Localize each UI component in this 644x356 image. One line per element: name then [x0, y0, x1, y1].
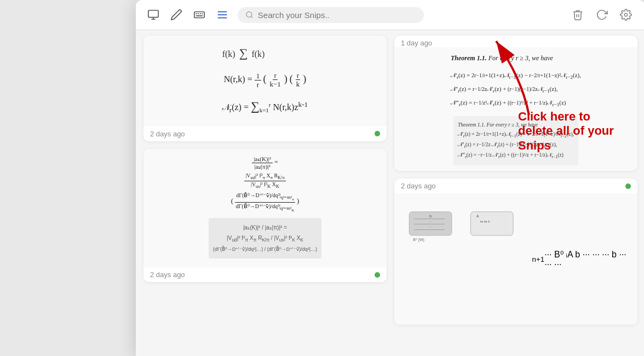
delete-all-button[interactable] [568, 5, 587, 24]
math-formula-3: |a₁(K)|² |a₁(π)|² = |Vud|² f²π Xπ RK/π |… [231, 156, 300, 213]
snip-header: 2 days ago [143, 267, 387, 282]
svg-text:b: b [429, 214, 432, 218]
search-icon [245, 10, 254, 19]
refresh-button[interactable] [593, 5, 611, 24]
snip-item[interactable]: f(k) ∑ f(k) N(r,k) = 1 r [143, 36, 387, 141]
math-formula-1: f(k) ∑ f(k) N(r,k) = 1 r [222, 42, 308, 120]
keyboard-icon[interactable] [192, 7, 207, 22]
snip-duplicate-box: |a₁(K)|² / |a₁(π)|² = |Vud|² f²π Xπ RK/π… [209, 218, 321, 259]
toolbar-right [568, 5, 635, 24]
snip-time: 2 days ago [150, 130, 185, 138]
snip-content: f(k) ∑ f(k) N(r,k) = 1 r [143, 36, 387, 127]
snip-content: b ··· ··· B⁰ (W) A [394, 193, 637, 325]
snip-status-dot [375, 272, 380, 278]
snip-time: 2 days ago [150, 271, 185, 279]
svg-rect-3 [194, 12, 204, 18]
snip-content: |a₁(K)|² |a₁(π)|² = |Vud|² f²π Xπ RK/π |… [143, 149, 387, 268]
svg-text:···: ··· [429, 225, 432, 228]
arrow-svg [480, 33, 545, 120]
app-window: f(k) ∑ f(k) N(r,k) = 1 r [136, 0, 644, 356]
snip-column-left: f(k) ∑ f(k) N(r,k) = 1 r [143, 36, 387, 325]
annotation-line2: delete all of your [518, 124, 614, 137]
svg-point-12 [246, 12, 252, 17]
snip-time: 2 days ago [401, 182, 436, 190]
snip-status-dot [625, 183, 631, 189]
annotation-text: Click here to delete all of your Snips [518, 110, 639, 153]
svg-text:B⁰ (W): B⁰ (W) [413, 238, 424, 243]
pen-icon[interactable] [169, 7, 184, 22]
annotation-line3: Snips [518, 139, 551, 152]
toolbar [136, 0, 644, 30]
svg-text:a₁  a₂  a: a₁ a₂ a [480, 220, 490, 223]
snip-status-dot [375, 131, 380, 136]
snip-header: 2 days ago [143, 127, 387, 141]
search-input[interactable] [258, 10, 416, 20]
content-area: f(k) ∑ f(k) N(r,k) = 1 r [136, 30, 644, 356]
svg-line-13 [251, 16, 252, 18]
snip-time: 1 day ago [401, 39, 432, 47]
settings-button[interactable] [617, 5, 635, 24]
snip-item[interactable]: 2 days ago b ··· [394, 179, 637, 325]
svg-text:···: ··· [429, 220, 432, 223]
snips-grid: f(k) ∑ f(k) N(r,k) = 1 r [136, 30, 644, 356]
svg-rect-0 [148, 10, 158, 18]
menu-icon[interactable] [215, 7, 230, 22]
monitor-icon[interactable] [146, 7, 161, 22]
search-bar[interactable] [238, 7, 424, 23]
svg-point-14 [624, 13, 628, 16]
svg-text:A: A [476, 214, 479, 218]
annotation-line1: Click here to [518, 110, 590, 123]
snip-header: 2 days ago [394, 179, 637, 193]
snip-item[interactable]: |a₁(K)|² |a₁(π)|² = |Vud|² f²π Xπ RK/π |… [143, 149, 387, 283]
diagram-svg: b ··· ··· B⁰ (W) A [400, 199, 532, 319]
